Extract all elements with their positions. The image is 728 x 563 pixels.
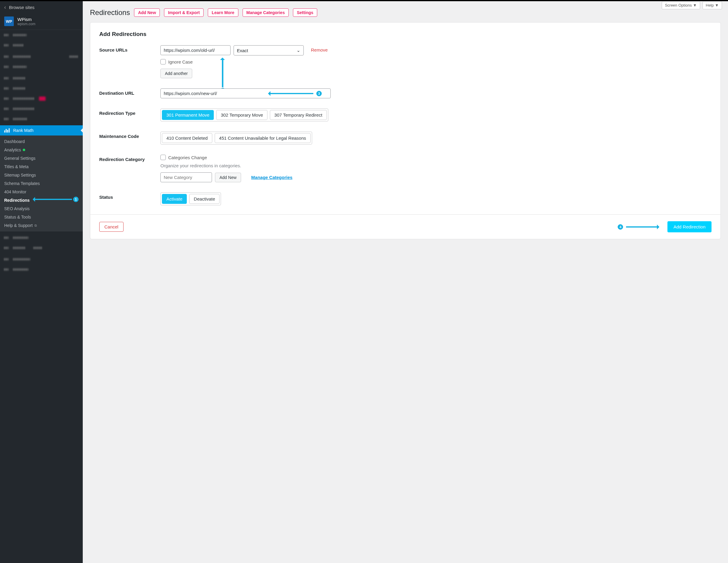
cancel-button[interactable]: Cancel [99, 222, 124, 232]
code-451-button[interactable]: 451 Content Unavailable for Legal Reason… [215, 133, 311, 143]
menu-item[interactable] [0, 83, 83, 94]
menu-item[interactable] [0, 94, 83, 104]
status-group: Activate Deactivate [160, 192, 221, 205]
form-heading: Add Redirections [99, 31, 712, 37]
type-301-button[interactable]: 301 Permanent Move [162, 110, 214, 120]
new-category-input[interactable] [160, 172, 212, 182]
external-link-icon: ⧉ [34, 224, 37, 228]
submenu-analytics[interactable]: Analytics [0, 146, 83, 154]
menu-item[interactable] [0, 104, 83, 114]
annotation-arrow-4 [626, 226, 659, 228]
maintenance-code-label: Maintenance Code [99, 132, 153, 144]
annotation-badge-3: 3 [316, 91, 322, 96]
screen-options-button[interactable]: Screen Options ▼ [662, 1, 700, 9]
add-new-category-button[interactable]: Add New [215, 173, 241, 182]
manage-categories-link[interactable]: Manage Categories [251, 175, 293, 180]
caret-down-icon: ▼ [693, 3, 697, 7]
browse-sites-label: Browse sites [9, 5, 34, 10]
chevron-down-icon: ⌄ [297, 48, 300, 53]
annotation-arrow-3 [268, 93, 313, 94]
add-new-button[interactable]: Add New [134, 8, 160, 17]
annotation-badge-1: 1 [73, 197, 79, 202]
menu-item[interactable] [0, 73, 83, 83]
submenu-404[interactable]: 404 Monitor [0, 188, 83, 196]
menu-item[interactable] [0, 40, 83, 50]
add-redirection-button[interactable]: Add Redirection [667, 221, 712, 232]
category-help-text: Organize your redirections in categories… [160, 163, 712, 168]
import-export-button[interactable]: Import & Export [164, 8, 204, 17]
browse-sites-link[interactable]: ‹ Browse sites [0, 1, 83, 13]
top-tools: Screen Options ▼ Help ▼ [662, 1, 722, 9]
learn-more-button[interactable]: Learn More [208, 8, 238, 17]
checkbox-icon [160, 155, 166, 160]
sidebar: ‹ Browse sites WP WPism wpism.com [0, 0, 83, 563]
submenu-status[interactable]: Status & Tools [0, 213, 83, 221]
menu-item[interactable] [0, 62, 83, 72]
help-button[interactable]: Help ▼ [703, 1, 722, 9]
page-title: Redirections [90, 8, 130, 17]
remove-source-link[interactable]: Remove [311, 45, 328, 52]
match-type-select[interactable]: Exact ⌄ [234, 45, 304, 55]
submenu-seo-analysis[interactable]: SEO Analysis [0, 204, 83, 213]
menu-item[interactable] [0, 243, 83, 253]
form-footer: Cancel 4 Add Redirection [90, 214, 721, 239]
menu-item[interactable] [0, 52, 83, 62]
type-302-button[interactable]: 302 Temporary Move [216, 110, 267, 120]
code-410-button[interactable]: 410 Content Deleted [162, 133, 212, 143]
menu-item[interactable] [0, 233, 83, 243]
annotation-arrow-2 [222, 58, 223, 87]
site-switcher[interactable]: WP WPism wpism.com [0, 13, 83, 30]
redirection-form-card: Add Redirections Source URLs Exact ⌄ Rem… [90, 22, 721, 239]
site-domain: wpism.com [17, 22, 35, 26]
manage-categories-button[interactable]: Manage Categories [243, 8, 289, 17]
chevron-left-icon: ‹ [4, 4, 6, 10]
submenu-sitemap[interactable]: Sitemap Settings [0, 171, 83, 179]
status-deactivate-button[interactable]: Deactivate [189, 194, 219, 204]
maintenance-code-group: 410 Content Deleted 451 Content Unavaila… [160, 132, 312, 144]
menu-item-label: Rank Math [13, 128, 34, 133]
annotation-badge-4: 4 [618, 224, 623, 230]
destination-url-label: Destination URL [99, 88, 153, 98]
status-activate-button[interactable]: Activate [162, 194, 187, 204]
redirection-type-group: 301 Permanent Move 302 Temporary Move 30… [160, 109, 328, 121]
type-307-button[interactable]: 307 Temporary Redirect [270, 110, 327, 120]
site-name: WPism [17, 17, 35, 22]
checkbox-icon [160, 59, 166, 64]
categories-change-checkbox[interactable]: Categories Change [160, 155, 712, 160]
menu-item[interactable] [0, 264, 83, 275]
chart-icon [4, 128, 10, 133]
site-logo: WP [4, 16, 14, 26]
submenu-schema[interactable]: Schema Templates [0, 179, 83, 188]
status-dot-icon [23, 149, 25, 151]
menu-bottom [0, 231, 83, 275]
redirection-category-label: Redirection Category [99, 155, 153, 182]
submenu-redirections[interactable]: Redirections 1 [0, 196, 83, 204]
main-menu: Rank Math [0, 30, 83, 136]
submenu-dashboard[interactable]: Dashboard [0, 137, 83, 146]
main-content: Screen Options ▼ Help ▼ Redirections Add… [83, 0, 728, 563]
source-urls-label: Source URLs [99, 45, 153, 78]
menu-item[interactable] [0, 114, 83, 124]
rankmath-submenu: Dashboard Analytics General Settings Tit… [0, 136, 83, 231]
caret-down-icon: ▼ [715, 3, 719, 7]
submenu-titles[interactable]: Titles & Meta [0, 162, 83, 171]
submenu-general[interactable]: General Settings [0, 154, 83, 162]
add-another-source-button[interactable]: Add another [160, 69, 192, 78]
redirection-type-label: Redirection Type [99, 109, 153, 121]
menu-item[interactable] [0, 254, 83, 264]
settings-button[interactable]: Settings [293, 8, 317, 17]
submenu-help[interactable]: Help & Support⧉ [0, 221, 83, 230]
source-url-input[interactable] [160, 45, 231, 55]
page-header: Redirections Add New Import & Export Lea… [83, 1, 728, 22]
ignore-case-checkbox[interactable]: Ignore Case [160, 59, 712, 64]
status-label: Status [99, 192, 153, 205]
menu-item-rankmath[interactable]: Rank Math [0, 125, 83, 136]
menu-item[interactable] [0, 30, 83, 40]
